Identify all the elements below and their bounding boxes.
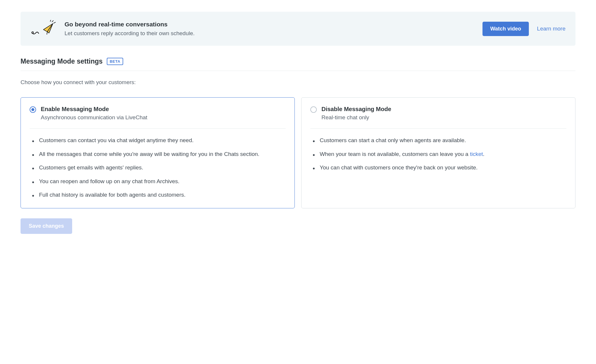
list-item: When your team is not available, custome…: [313, 150, 566, 159]
promo-title: Go beyond real-time conversations: [65, 21, 474, 28]
list-item: Full chat history is available for both …: [32, 191, 286, 199]
promo-subtitle: Let customers reply according to their o…: [65, 30, 474, 37]
list-item: Customers get emails with agents' replie…: [32, 164, 286, 172]
options-row: Enable Messaging Mode Asynchronous commu…: [21, 97, 575, 208]
divider: [310, 128, 566, 129]
ticket-link[interactable]: ticket: [470, 151, 483, 157]
section-title: Messaging Mode settings: [21, 57, 103, 65]
disable-bullets: Customers can start a chat only when age…: [310, 136, 566, 172]
option-subtitle: Real-time chat only: [321, 114, 391, 121]
watch-video-button[interactable]: Watch video: [482, 22, 529, 36]
option-head: Enable Messaging Mode Asynchronous commu…: [30, 106, 286, 121]
divider: [30, 128, 286, 129]
svg-line-4: [52, 21, 53, 22]
promo-text: Go beyond real-time conversations Let cu…: [65, 21, 474, 37]
promo-banner: Go beyond real-time conversations Let cu…: [21, 12, 575, 46]
radio-unselected-icon[interactable]: [310, 106, 317, 113]
option-subtitle: Asynchronous communication via LiveChat: [41, 114, 147, 121]
list-item: Customers can contact you via chat widge…: [32, 136, 286, 145]
option-head: Disable Messaging Mode Real-time chat on…: [310, 106, 566, 121]
instruction-text: Choose how you connect with your custome…: [21, 79, 575, 86]
disable-option-card[interactable]: Disable Messaging Mode Real-time chat on…: [301, 97, 575, 208]
list-item: Customers can start a chat only when age…: [313, 136, 566, 145]
section-header: Messaging Mode settings BETA: [21, 57, 575, 71]
learn-more-link[interactable]: Learn more: [537, 25, 565, 32]
promo-actions: Watch video Learn more: [482, 22, 565, 36]
radio-selected-icon[interactable]: [30, 106, 36, 113]
enable-bullets: Customers can contact you via chat widge…: [30, 136, 286, 199]
svg-line-5: [54, 22, 55, 23]
list-item: You can reopen and follow up on any chat…: [32, 177, 286, 186]
bullet-text: When your team is not available, custome…: [320, 151, 470, 157]
beta-badge: BETA: [107, 58, 123, 65]
list-item: You can chat with customers once they're…: [313, 164, 566, 172]
option-title: Enable Messaging Mode: [41, 106, 147, 113]
paper-plane-icon: [31, 20, 56, 38]
enable-option-card[interactable]: Enable Messaging Mode Asynchronous commu…: [21, 97, 295, 208]
list-item: All the messages that come while you're …: [32, 150, 286, 159]
svg-line-6: [50, 20, 50, 21]
bullet-text: .: [483, 151, 485, 157]
save-changes-button[interactable]: Save changes: [21, 218, 72, 234]
svg-point-0: [32, 32, 33, 33]
option-title: Disable Messaging Mode: [321, 106, 391, 113]
svg-line-3: [47, 32, 47, 34]
